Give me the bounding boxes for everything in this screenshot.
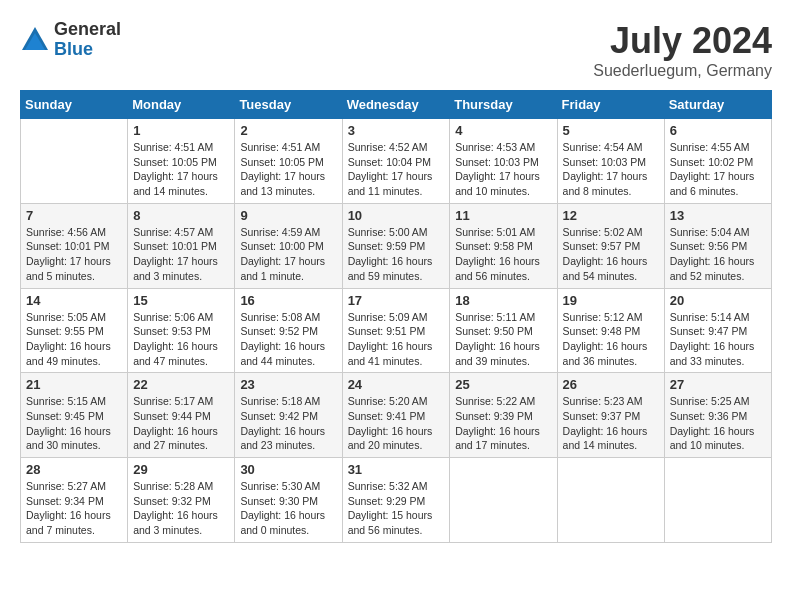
logo-icon	[20, 25, 50, 55]
day-number: 24	[348, 377, 445, 392]
calendar-cell-w4-d5: 25Sunrise: 5:22 AMSunset: 9:39 PMDayligh…	[450, 373, 557, 458]
calendar-cell-w5-d6	[557, 458, 664, 543]
calendar-cell-w1-d6: 5Sunrise: 4:54 AMSunset: 10:03 PMDayligh…	[557, 119, 664, 204]
day-info: Sunrise: 5:15 AMSunset: 9:45 PMDaylight:…	[26, 394, 122, 453]
calendar-cell-w1-d4: 3Sunrise: 4:52 AMSunset: 10:04 PMDayligh…	[342, 119, 450, 204]
header-thursday: Thursday	[450, 91, 557, 119]
calendar-cell-w5-d7	[664, 458, 771, 543]
calendar-week-4: 21Sunrise: 5:15 AMSunset: 9:45 PMDayligh…	[21, 373, 772, 458]
day-info: Sunrise: 5:01 AMSunset: 9:58 PMDaylight:…	[455, 225, 551, 284]
day-info: Sunrise: 5:18 AMSunset: 9:42 PMDaylight:…	[240, 394, 336, 453]
day-number: 30	[240, 462, 336, 477]
calendar-cell-w1-d1	[21, 119, 128, 204]
day-info: Sunrise: 4:55 AMSunset: 10:02 PMDaylight…	[670, 140, 766, 199]
calendar-header-row: Sunday Monday Tuesday Wednesday Thursday…	[21, 91, 772, 119]
day-info: Sunrise: 5:14 AMSunset: 9:47 PMDaylight:…	[670, 310, 766, 369]
day-info: Sunrise: 5:04 AMSunset: 9:56 PMDaylight:…	[670, 225, 766, 284]
day-number: 28	[26, 462, 122, 477]
calendar-cell-w2-d1: 7Sunrise: 4:56 AMSunset: 10:01 PMDayligh…	[21, 203, 128, 288]
calendar-cell-w4-d4: 24Sunrise: 5:20 AMSunset: 9:41 PMDayligh…	[342, 373, 450, 458]
day-info: Sunrise: 4:52 AMSunset: 10:04 PMDaylight…	[348, 140, 445, 199]
logo-general-text: General	[54, 20, 121, 40]
day-info: Sunrise: 5:20 AMSunset: 9:41 PMDaylight:…	[348, 394, 445, 453]
header-sunday: Sunday	[21, 91, 128, 119]
day-info: Sunrise: 5:17 AMSunset: 9:44 PMDaylight:…	[133, 394, 229, 453]
calendar-cell-w3-d4: 17Sunrise: 5:09 AMSunset: 9:51 PMDayligh…	[342, 288, 450, 373]
calendar-week-2: 7Sunrise: 4:56 AMSunset: 10:01 PMDayligh…	[21, 203, 772, 288]
day-number: 17	[348, 293, 445, 308]
day-info: Sunrise: 5:25 AMSunset: 9:36 PMDaylight:…	[670, 394, 766, 453]
day-number: 19	[563, 293, 659, 308]
calendar-cell-w1-d3: 2Sunrise: 4:51 AMSunset: 10:05 PMDayligh…	[235, 119, 342, 204]
calendar-table: Sunday Monday Tuesday Wednesday Thursday…	[20, 90, 772, 543]
day-info: Sunrise: 4:59 AMSunset: 10:00 PMDaylight…	[240, 225, 336, 284]
day-number: 3	[348, 123, 445, 138]
day-info: Sunrise: 5:23 AMSunset: 9:37 PMDaylight:…	[563, 394, 659, 453]
day-number: 6	[670, 123, 766, 138]
day-number: 8	[133, 208, 229, 223]
calendar-cell-w4-d1: 21Sunrise: 5:15 AMSunset: 9:45 PMDayligh…	[21, 373, 128, 458]
day-number: 23	[240, 377, 336, 392]
day-number: 27	[670, 377, 766, 392]
calendar-week-5: 28Sunrise: 5:27 AMSunset: 9:34 PMDayligh…	[21, 458, 772, 543]
calendar-cell-w5-d2: 29Sunrise: 5:28 AMSunset: 9:32 PMDayligh…	[128, 458, 235, 543]
day-info: Sunrise: 5:12 AMSunset: 9:48 PMDaylight:…	[563, 310, 659, 369]
calendar-cell-w3-d1: 14Sunrise: 5:05 AMSunset: 9:55 PMDayligh…	[21, 288, 128, 373]
day-info: Sunrise: 4:51 AMSunset: 10:05 PMDaylight…	[133, 140, 229, 199]
day-number: 31	[348, 462, 445, 477]
day-number: 12	[563, 208, 659, 223]
calendar-cell-w4-d6: 26Sunrise: 5:23 AMSunset: 9:37 PMDayligh…	[557, 373, 664, 458]
day-number: 18	[455, 293, 551, 308]
day-number: 21	[26, 377, 122, 392]
day-info: Sunrise: 5:06 AMSunset: 9:53 PMDaylight:…	[133, 310, 229, 369]
day-number: 20	[670, 293, 766, 308]
calendar-cell-w1-d5: 4Sunrise: 4:53 AMSunset: 10:03 PMDayligh…	[450, 119, 557, 204]
day-number: 25	[455, 377, 551, 392]
day-number: 29	[133, 462, 229, 477]
day-number: 9	[240, 208, 336, 223]
day-info: Sunrise: 4:56 AMSunset: 10:01 PMDaylight…	[26, 225, 122, 284]
day-number: 15	[133, 293, 229, 308]
day-info: Sunrise: 5:02 AMSunset: 9:57 PMDaylight:…	[563, 225, 659, 284]
day-info: Sunrise: 5:05 AMSunset: 9:55 PMDaylight:…	[26, 310, 122, 369]
page-header: General Blue July 2024 Suederluegum, Ger…	[20, 20, 772, 80]
header-saturday: Saturday	[664, 91, 771, 119]
logo-blue-text: Blue	[54, 40, 121, 60]
day-number: 10	[348, 208, 445, 223]
calendar-cell-w4-d2: 22Sunrise: 5:17 AMSunset: 9:44 PMDayligh…	[128, 373, 235, 458]
calendar-cell-w5-d1: 28Sunrise: 5:27 AMSunset: 9:34 PMDayligh…	[21, 458, 128, 543]
calendar-cell-w2-d7: 13Sunrise: 5:04 AMSunset: 9:56 PMDayligh…	[664, 203, 771, 288]
calendar-cell-w4-d7: 27Sunrise: 5:25 AMSunset: 9:36 PMDayligh…	[664, 373, 771, 458]
calendar-cell-w3-d6: 19Sunrise: 5:12 AMSunset: 9:48 PMDayligh…	[557, 288, 664, 373]
day-info: Sunrise: 4:54 AMSunset: 10:03 PMDaylight…	[563, 140, 659, 199]
calendar-cell-w2-d2: 8Sunrise: 4:57 AMSunset: 10:01 PMDayligh…	[128, 203, 235, 288]
day-number: 14	[26, 293, 122, 308]
day-number: 7	[26, 208, 122, 223]
calendar-cell-w3-d2: 15Sunrise: 5:06 AMSunset: 9:53 PMDayligh…	[128, 288, 235, 373]
calendar-cell-w2-d3: 9Sunrise: 4:59 AMSunset: 10:00 PMDayligh…	[235, 203, 342, 288]
day-number: 16	[240, 293, 336, 308]
day-number: 22	[133, 377, 229, 392]
calendar-cell-w5-d3: 30Sunrise: 5:30 AMSunset: 9:30 PMDayligh…	[235, 458, 342, 543]
logo: General Blue	[20, 20, 121, 60]
day-number: 11	[455, 208, 551, 223]
day-info: Sunrise: 5:00 AMSunset: 9:59 PMDaylight:…	[348, 225, 445, 284]
day-info: Sunrise: 4:57 AMSunset: 10:01 PMDaylight…	[133, 225, 229, 284]
day-number: 26	[563, 377, 659, 392]
day-info: Sunrise: 5:28 AMSunset: 9:32 PMDaylight:…	[133, 479, 229, 538]
day-number: 1	[133, 123, 229, 138]
day-number: 2	[240, 123, 336, 138]
calendar-week-1: 1Sunrise: 4:51 AMSunset: 10:05 PMDayligh…	[21, 119, 772, 204]
day-info: Sunrise: 5:27 AMSunset: 9:34 PMDaylight:…	[26, 479, 122, 538]
calendar-cell-w3-d5: 18Sunrise: 5:11 AMSunset: 9:50 PMDayligh…	[450, 288, 557, 373]
calendar-cell-w3-d7: 20Sunrise: 5:14 AMSunset: 9:47 PMDayligh…	[664, 288, 771, 373]
calendar-week-3: 14Sunrise: 5:05 AMSunset: 9:55 PMDayligh…	[21, 288, 772, 373]
calendar-cell-w5-d5	[450, 458, 557, 543]
header-friday: Friday	[557, 91, 664, 119]
day-info: Sunrise: 4:51 AMSunset: 10:05 PMDaylight…	[240, 140, 336, 199]
location-subtitle: Suederluegum, Germany	[593, 62, 772, 80]
title-block: July 2024 Suederluegum, Germany	[593, 20, 772, 80]
day-info: Sunrise: 5:11 AMSunset: 9:50 PMDaylight:…	[455, 310, 551, 369]
day-number: 13	[670, 208, 766, 223]
day-number: 4	[455, 123, 551, 138]
